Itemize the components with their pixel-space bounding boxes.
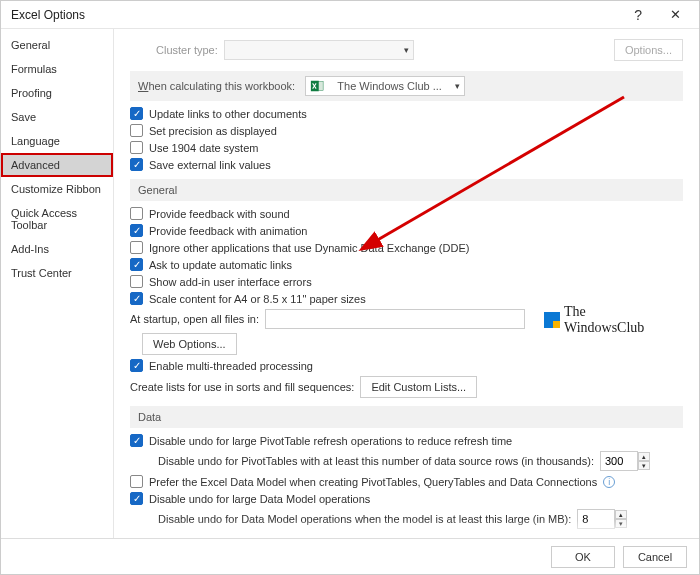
check-save-external[interactable]: Save external link values	[130, 158, 683, 171]
section-general: General	[130, 179, 683, 201]
spin-up-icon[interactable]: ▴	[638, 452, 650, 461]
check-feedback-sound[interactable]: Provide feedback with sound	[130, 207, 683, 220]
check-ask-update[interactable]: Ask to update automatic links	[130, 258, 683, 271]
section-when-calculating: When calculating this workbook: The Wind…	[130, 71, 683, 101]
checkbox-icon	[130, 141, 143, 154]
sidebar: General Formulas Proofing Save Language …	[1, 29, 114, 538]
checkbox-icon	[130, 275, 143, 288]
web-options-button[interactable]: Web Options...	[142, 333, 237, 355]
cluster-label: Cluster type:	[156, 44, 218, 56]
check-disable-undo-pivot[interactable]: Disable undo for large PivotTable refres…	[130, 434, 683, 447]
sidebar-item-general[interactable]: General	[1, 33, 113, 57]
check-ignore-dde[interactable]: Ignore other applications that use Dynam…	[130, 241, 683, 254]
cluster-row: Cluster type: ▾ Options...	[156, 39, 683, 61]
create-lists-row: Create lists for use in sorts and fill s…	[130, 376, 683, 398]
close-icon[interactable]: ✕	[664, 3, 687, 26]
excel-icon	[310, 79, 324, 93]
sidebar-item-advanced[interactable]: Advanced	[1, 153, 113, 177]
sidebar-item-qat[interactable]: Quick Access Toolbar	[1, 201, 113, 237]
ok-button[interactable]: OK	[551, 546, 615, 568]
dialog-footer: OK Cancel	[1, 538, 699, 574]
cluster-select[interactable]: ▾	[224, 40, 414, 60]
dm-size-spinner[interactable]: ▴▾	[577, 509, 627, 529]
window-title: Excel Options	[11, 8, 85, 22]
sidebar-item-save[interactable]: Save	[1, 105, 113, 129]
checkbox-icon	[130, 434, 143, 447]
watermark: The WindowsClub	[544, 304, 644, 336]
section-data: Data	[130, 406, 683, 428]
sidebar-item-proofing[interactable]: Proofing	[1, 81, 113, 105]
sidebar-item-formulas[interactable]: Formulas	[1, 57, 113, 81]
checkbox-icon	[130, 207, 143, 220]
startup-folder-input[interactable]	[265, 309, 525, 329]
workbook-select[interactable]: The Windows Club ... ▾	[305, 76, 465, 96]
dialog-body: General Formulas Proofing Save Language …	[1, 29, 699, 538]
windowsclub-icon	[544, 312, 560, 328]
sidebar-item-trust-center[interactable]: Trust Center	[1, 261, 113, 285]
check-use-1904[interactable]: Use 1904 date system	[130, 141, 683, 154]
create-lists-label: Create lists for use in sorts and fill s…	[130, 381, 354, 393]
sidebar-item-customize-ribbon[interactable]: Customize Ribbon	[1, 177, 113, 201]
info-icon[interactable]: i	[603, 476, 615, 488]
titlebar-controls: ? ✕	[628, 3, 699, 27]
checkbox-icon	[130, 258, 143, 271]
spin-down-icon[interactable]: ▾	[638, 461, 650, 470]
sidebar-item-language[interactable]: Language	[1, 129, 113, 153]
web-options-row: Web Options...	[130, 333, 683, 355]
checkbox-icon	[130, 107, 143, 120]
chevron-down-icon: ▾	[455, 81, 460, 91]
section-label: When calculating this workbook:	[138, 80, 295, 92]
edit-custom-lists-button[interactable]: Edit Custom Lists...	[360, 376, 477, 398]
spin-up-icon[interactable]: ▴	[615, 510, 627, 519]
titlebar: Excel Options ? ✕	[1, 1, 699, 29]
excel-options-dialog: Excel Options ? ✕ General Formulas Proof…	[0, 0, 700, 575]
options-panel: Cluster type: ▾ Options... When calculat…	[114, 29, 699, 538]
checkbox-icon	[130, 359, 143, 372]
check-set-precision[interactable]: Set precision as displayed	[130, 124, 683, 137]
check-multithread[interactable]: Enable multi-threaded processing	[130, 359, 683, 372]
startup-label: At startup, open all files in:	[130, 313, 259, 325]
checkbox-icon	[130, 158, 143, 171]
chevron-down-icon: ▾	[404, 45, 409, 55]
dm-size-label: Disable undo for Data Model operations w…	[158, 513, 571, 525]
help-icon[interactable]: ?	[628, 3, 648, 27]
pivot-rows-label: Disable undo for PivotTables with at lea…	[158, 455, 594, 467]
checkbox-icon	[130, 224, 143, 237]
dm-size-row: Disable undo for Data Model operations w…	[158, 509, 683, 529]
check-disable-undo-dm[interactable]: Disable undo for large Data Model operat…	[130, 492, 683, 505]
check-feedback-anim[interactable]: Provide feedback with animation	[130, 224, 683, 237]
spin-down-icon[interactable]: ▾	[615, 519, 627, 528]
checkbox-icon	[130, 124, 143, 137]
svg-rect-1	[319, 82, 323, 91]
pivot-rows-input[interactable]	[600, 451, 638, 471]
checkbox-icon	[130, 492, 143, 505]
check-show-addin-err[interactable]: Show add-in user interface errors	[130, 275, 683, 288]
pivot-rows-spinner[interactable]: ▴▾	[600, 451, 650, 471]
check-prefer-datamodel[interactable]: Prefer the Excel Data Model when creatin…	[130, 475, 683, 488]
checkbox-icon	[130, 241, 143, 254]
checkbox-icon	[130, 292, 143, 305]
cluster-options-button[interactable]: Options...	[614, 39, 683, 61]
checkbox-icon	[130, 475, 143, 488]
sidebar-item-addins[interactable]: Add-Ins	[1, 237, 113, 261]
pivot-rows-row: Disable undo for PivotTables with at lea…	[158, 451, 683, 471]
cancel-button[interactable]: Cancel	[623, 546, 687, 568]
check-update-links[interactable]: Update links to other documents	[130, 107, 683, 120]
dm-size-input[interactable]	[577, 509, 615, 529]
